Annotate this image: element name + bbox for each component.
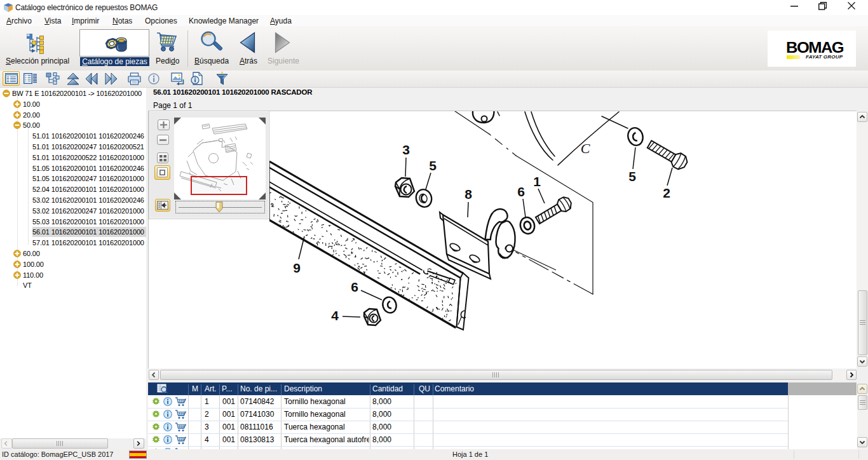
svg-text:1: 1 [533, 174, 541, 189]
svg-text:8: 8 [465, 187, 472, 201]
svg-text:6: 6 [351, 280, 358, 294]
svg-text:2: 2 [663, 186, 670, 200]
svg-text:9: 9 [293, 260, 301, 275]
svg-text:5: 5 [628, 169, 636, 184]
svg-text:5: 5 [429, 158, 437, 173]
svg-text:4: 4 [331, 308, 339, 323]
svg-text:3: 3 [402, 142, 410, 157]
svg-text:6: 6 [517, 184, 525, 199]
svg-text:C: C [581, 140, 590, 156]
